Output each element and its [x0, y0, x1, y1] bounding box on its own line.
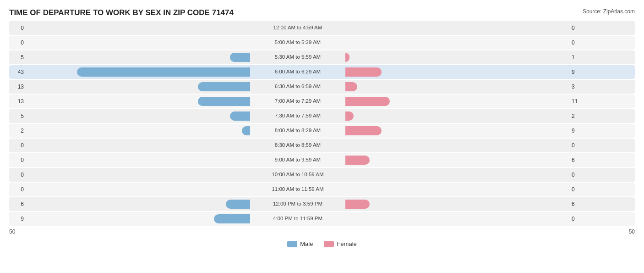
right-section: 6 — [344, 156, 586, 165]
right-bar-wrap — [345, 185, 570, 194]
left-section: 13 — [9, 82, 252, 91]
left-section: 0 — [9, 170, 252, 179]
male-value: 5 — [9, 54, 24, 61]
right-bar-wrap — [345, 53, 570, 62]
female-value: 11 — [572, 98, 586, 105]
time-label: 5:30 AM to 5:59 AM — [252, 54, 344, 61]
right-bar-wrap — [345, 156, 570, 165]
right-section: 0 — [344, 185, 586, 194]
table-row: 5 7:30 AM to 7:59 AM 2 — [9, 109, 635, 123]
table-row: 13 6:30 AM to 6:59 AM 3 — [9, 80, 635, 94]
time-label: 10:00 AM to 10:59 AM — [252, 172, 344, 178]
right-section: 9 — [344, 67, 586, 77]
male-bar — [214, 214, 250, 223]
female-value: 0 — [572, 186, 586, 193]
source-text: Source: ZipAtlas.com — [583, 8, 635, 15]
time-label: 11:00 AM to 11:59 AM — [252, 186, 344, 193]
right-bar-wrap — [345, 38, 570, 47]
table-row: 0 5:00 AM to 5:29 AM 0 — [9, 36, 635, 50]
female-bar — [345, 200, 370, 209]
table-row: 0 10:00 AM to 10:59 AM 0 — [9, 168, 635, 182]
female-bar — [345, 97, 390, 106]
chart-area: 0 12:00 AM to 4:59 AM 0 0 5:00 AM to 5:2… — [9, 21, 635, 226]
right-axis-label: 50 — [629, 228, 635, 235]
left-bar-wrap — [26, 200, 250, 209]
male-value: 43 — [9, 69, 24, 75]
male-bar — [198, 82, 250, 91]
right-section: 2 — [344, 111, 586, 121]
legend-female: Female — [324, 240, 356, 247]
female-bar — [345, 53, 349, 62]
female-value: 6 — [572, 157, 586, 163]
left-bar-wrap — [26, 67, 250, 77]
right-section: 0 — [344, 141, 586, 150]
left-bar-wrap — [26, 141, 250, 150]
male-bar — [230, 111, 250, 121]
male-value: 0 — [9, 142, 24, 149]
right-section: 0 — [344, 170, 586, 179]
male-bar — [198, 97, 250, 106]
time-label: 9:00 AM to 9:59 AM — [252, 157, 344, 163]
male-swatch — [287, 241, 297, 247]
table-row: 9 4:00 PM to 11:59 PM 0 — [9, 212, 635, 226]
time-label: 5:00 AM to 5:29 AM — [252, 39, 344, 46]
right-bar-wrap — [345, 97, 570, 106]
time-label: 6:00 AM to 6:29 AM — [252, 69, 344, 75]
table-row: 43 6:00 AM to 6:29 AM 9 — [9, 65, 635, 79]
left-bar-wrap — [26, 38, 250, 47]
female-bar — [345, 67, 382, 77]
table-row: 0 8:30 AM to 8:59 AM 0 — [9, 139, 635, 152]
left-bar-wrap — [26, 170, 250, 179]
right-section: 1 — [344, 53, 586, 62]
legend: Male Female — [9, 240, 635, 247]
table-row: 5 5:30 AM to 5:59 AM 1 — [9, 50, 635, 64]
female-value: 0 — [572, 172, 586, 178]
left-section: 43 — [9, 67, 252, 77]
left-bar-wrap — [26, 97, 250, 106]
female-value: 9 — [572, 69, 586, 75]
left-section: 0 — [9, 23, 252, 33]
male-value: 5 — [9, 113, 24, 119]
female-value: 1 — [572, 54, 586, 61]
male-bar — [230, 53, 250, 62]
time-label: 12:00 PM to 3:59 PM — [252, 201, 344, 207]
time-label: 8:00 AM to 8:29 AM — [252, 128, 344, 134]
left-section: 5 — [9, 53, 252, 62]
male-value: 13 — [9, 84, 24, 90]
female-value: 3 — [572, 84, 586, 90]
right-bar-wrap — [345, 23, 570, 33]
left-bar-wrap — [26, 156, 250, 165]
axis-labels: 50 50 — [9, 227, 635, 237]
time-label: 7:00 AM to 7:29 AM — [252, 98, 344, 105]
left-axis-label: 50 — [9, 228, 15, 235]
male-value: 2 — [9, 128, 24, 134]
right-bar-wrap — [345, 126, 570, 135]
right-section: 11 — [344, 97, 586, 106]
left-bar-wrap — [26, 111, 250, 121]
right-bar-wrap — [345, 82, 570, 91]
right-section: 0 — [344, 23, 586, 33]
time-label: 4:00 PM to 11:59 PM — [252, 216, 344, 222]
female-value: 2 — [572, 113, 586, 119]
right-section: 9 — [344, 126, 586, 135]
right-bar-wrap — [345, 214, 570, 223]
right-section: 6 — [344, 200, 586, 209]
right-bar-wrap — [345, 111, 570, 121]
female-label: Female — [337, 240, 356, 247]
left-bar-wrap — [26, 126, 250, 135]
male-value: 13 — [9, 98, 24, 105]
chart-title: TIME OF DEPARTURE TO WORK BY SEX IN ZIP … — [9, 8, 635, 17]
left-section: 5 — [9, 111, 252, 121]
male-value: 6 — [9, 201, 24, 207]
table-row: 0 9:00 AM to 9:59 AM 6 — [9, 153, 635, 167]
female-value: 0 — [572, 39, 586, 46]
female-value: 6 — [572, 201, 586, 207]
right-bar-wrap — [345, 141, 570, 150]
table-row: 6 12:00 PM to 3:59 PM 6 — [9, 197, 635, 211]
table-row: 13 7:00 AM to 7:29 AM 11 — [9, 95, 635, 108]
table-row: 0 11:00 AM to 11:59 AM 0 — [9, 183, 635, 196]
table-row: 0 12:00 AM to 4:59 AM 0 — [9, 21, 635, 35]
time-label: 8:30 AM to 8:59 AM — [252, 142, 344, 149]
right-bar-wrap — [345, 170, 570, 179]
right-bar-wrap — [345, 67, 570, 77]
